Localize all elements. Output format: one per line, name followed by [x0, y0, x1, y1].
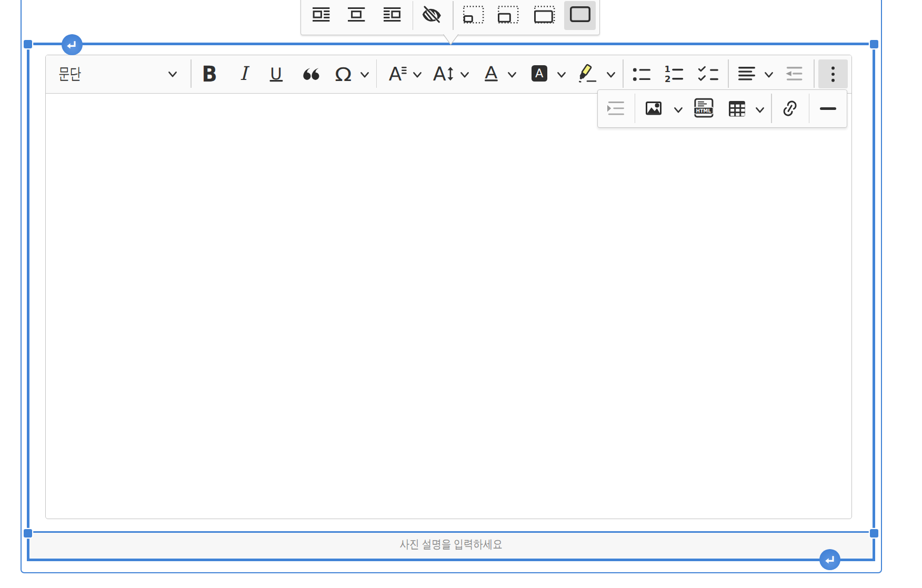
image-caption-field[interactable]: 사진 설명을 입력하세요: [30, 533, 872, 559]
resize-original-button[interactable]: [564, 1, 596, 30]
caption-placeholder: 사진 설명을 입력하세요: [399, 536, 502, 552]
resize-medium-button[interactable]: [493, 1, 525, 30]
balloon-separator: [453, 1, 453, 31]
resize-handle-bottom-left[interactable]: [24, 529, 32, 538]
resize-large-button[interactable]: [528, 1, 560, 30]
image-align-left-icon: [313, 7, 330, 22]
image-align-left-button[interactable]: [305, 1, 337, 30]
resize-original-icon: [570, 6, 590, 22]
insert-paragraph-after-button[interactable]: [819, 549, 840, 570]
resize-handle-bottom-right[interactable]: [870, 529, 878, 538]
resize-large-icon: [534, 6, 556, 23]
editor-stage: 문단 B I U Ω: [0, 0, 922, 588]
image-align-right-icon: [384, 7, 401, 22]
resize-handle-top-right[interactable]: [870, 40, 878, 48]
image-align-center-icon: [348, 7, 365, 22]
toggle-caption-button[interactable]: [417, 1, 448, 30]
resize-medium-icon: [498, 6, 519, 23]
resize-small-icon: [463, 6, 485, 23]
resize-handle-top-left[interactable]: [24, 40, 32, 48]
caption-off-eye-icon: [423, 6, 442, 24]
balloon-separator: [413, 1, 413, 31]
image-align-right-button[interactable]: [376, 1, 408, 30]
balloon-arrow: [441, 34, 461, 45]
resize-small-button[interactable]: [457, 1, 489, 30]
insert-paragraph-before-button[interactable]: [62, 34, 83, 55]
selected-widget-outline: [27, 43, 875, 561]
image-align-center-button[interactable]: [341, 1, 373, 30]
return-arrow-icon: [67, 41, 77, 49]
return-arrow-icon: [825, 556, 836, 564]
